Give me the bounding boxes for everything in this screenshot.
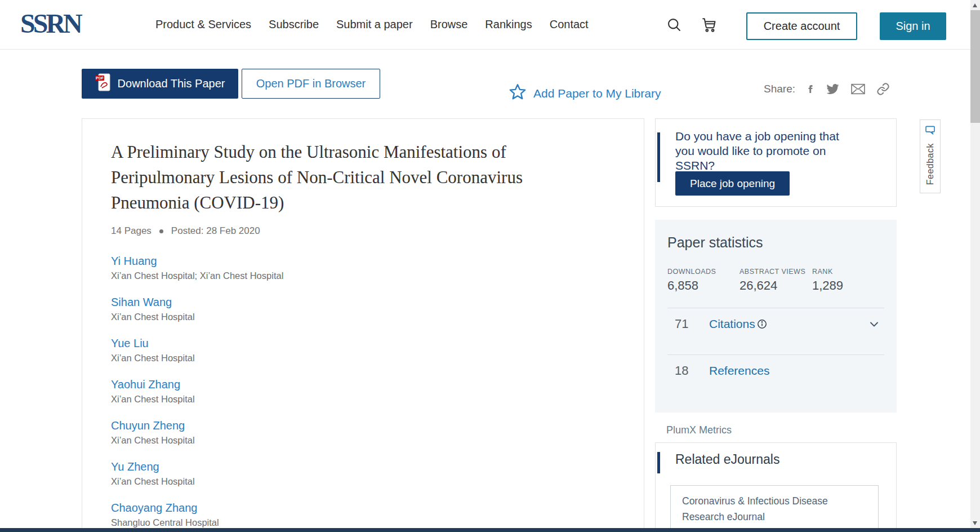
author-link[interactable]: Yu Zheng (111, 460, 159, 473)
posted-date: Posted: 28 Feb 2020 (171, 225, 260, 237)
star-icon (509, 83, 527, 104)
plumx-metrics-link[interactable]: PlumX Metrics (666, 424, 732, 436)
share-facebook-icon[interactable] (807, 82, 814, 96)
author-link[interactable]: Chuyun Zheng (111, 419, 185, 432)
nav-item-browse[interactable]: Browse (430, 18, 468, 31)
share-toolbar: Share: (764, 82, 890, 96)
search-icon[interactable] (666, 17, 682, 35)
sign-in-button[interactable]: Sign in (880, 12, 946, 40)
page-count: 14 Pages (111, 225, 152, 237)
bottom-window-edge (0, 528, 980, 532)
speech-bubble-icon (925, 125, 936, 138)
author-item: Sihan Wang Xi’an Chest Hospital (111, 296, 604, 322)
download-paper-button[interactable]: PDF Download This Paper (82, 69, 238, 99)
nav-item-subscribe[interactable]: Subscribe (269, 18, 319, 31)
feedback-tab[interactable]: Feedback (920, 119, 941, 193)
paper-statistics-heading: Paper statistics (667, 234, 884, 251)
add-to-library-link[interactable]: Add Paper to My Library (509, 83, 661, 104)
share-twitter-icon[interactable] (826, 83, 840, 95)
references-count: 18 (675, 363, 709, 378)
place-job-opening-button[interactable]: Place job opening (675, 171, 790, 196)
svg-text:PDF: PDF (96, 76, 104, 80)
metrics-row: DOWNLOADS 6,858 ABSTRACT VIEWS 26,624 RA… (667, 268, 884, 293)
main-nav: Product & Services Subscribe Submit a pa… (155, 18, 589, 31)
author-affiliation: Xi’an Chest Hospital (111, 435, 604, 446)
references-link[interactable]: References (709, 364, 769, 378)
related-ejournals-card: Related eJournals Coronavirus & Infectio… (655, 442, 897, 529)
feedback-label: Feedback (925, 143, 936, 185)
vertical-scrollbar[interactable] (970, 0, 980, 532)
author-affiliation: Shangluo Central Hospital (111, 517, 604, 528)
metric-label: ABSTRACT VIEWS (740, 268, 812, 276)
paper-statistics-card: Paper statistics DOWNLOADS 6,858 ABSTRAC… (655, 220, 897, 413)
citations-link[interactable]: Citations (709, 317, 755, 331)
author-item: Yaohui Zhang Xi’an Chest Hospital (111, 378, 604, 405)
share-link-icon[interactable] (876, 82, 890, 96)
create-account-button[interactable]: Create account (746, 12, 857, 40)
author-item: Yi Huang Xi’an Chest Hospital; Xi’an Che… (111, 255, 604, 281)
open-pdf-button[interactable]: Open PDF in Browser (242, 69, 380, 99)
share-email-icon[interactable] (851, 83, 865, 95)
author-item: Chuyun Zheng Xi’an Chest Hospital (111, 419, 604, 446)
author-item: Yu Zheng Xi’an Chest Hospital (111, 460, 604, 487)
scrollbar-up-arrow[interactable] (973, 3, 977, 7)
author-affiliation: Xi’an Chest Hospital; Xi’an Chest Hospit… (111, 271, 604, 281)
info-icon[interactable] (757, 319, 767, 329)
metric-label: RANK (812, 268, 884, 276)
nav-item-contact[interactable]: Contact (550, 18, 589, 31)
author-item: Yue Liu Xi’an Chest Hospital (111, 337, 604, 363)
author-affiliation: Xi’an Chest Hospital (111, 394, 604, 405)
metric-abstract-views: ABSTRACT VIEWS 26,624 (740, 268, 812, 293)
share-label: Share: (764, 83, 795, 95)
ssrn-paper-page: SSRN Product & Services Subscribe Submit… (0, 0, 980, 532)
author-link[interactable]: Yaohui Zhang (111, 378, 180, 391)
metric-value: 26,624 (740, 278, 812, 293)
download-paper-label: Download This Paper (118, 77, 225, 90)
author-link[interactable]: Sihan Wang (111, 296, 172, 308)
author-link[interactable]: Chaoyang Zhang (111, 502, 197, 514)
author-list: Yi Huang Xi’an Chest Hospital; Xi’an Che… (111, 255, 604, 528)
top-navigation-bar: SSRN Product & Services Subscribe Submit… (0, 0, 970, 50)
accent-bar (657, 452, 660, 473)
nav-item-submit-a-paper[interactable]: Submit a paper (336, 18, 413, 31)
references-row: 18 References (667, 355, 884, 387)
metric-rank: RANK 1,289 (812, 268, 884, 293)
paper-details-card: A Preliminary Study on the Ultrasonic Ma… (82, 118, 644, 532)
author-link[interactable]: Yue Liu (111, 337, 149, 349)
author-affiliation: Xi’an Chest Hospital (111, 476, 604, 487)
pdf-file-icon: PDF (95, 73, 110, 94)
job-promo-text: Do you have a job opening that you would… (675, 129, 861, 173)
meta-separator-dot (159, 229, 163, 233)
ssrn-logo[interactable]: SSRN (20, 9, 81, 39)
metric-value: 6,858 (667, 278, 740, 293)
citations-row: 71 Citations (667, 308, 884, 340)
author-link[interactable]: Yi Huang (111, 255, 157, 267)
nav-item-rankings[interactable]: Rankings (485, 18, 532, 31)
metric-value: 1,289 (812, 278, 884, 293)
ejournal-item[interactable]: Coronavirus & Infectious Disease Researc… (670, 485, 879, 529)
paper-title: A Preliminary Study on the Ultrasonic Ma… (111, 139, 604, 215)
related-ejournals-heading: Related eJournals (675, 452, 896, 467)
nav-item-product-services[interactable]: Product & Services (155, 18, 251, 31)
paper-meta: 14 Pages Posted: 28 Feb 2020 (111, 225, 604, 237)
accent-bar (657, 132, 660, 182)
metric-label: DOWNLOADS (667, 268, 740, 276)
scrollbar-down-arrow[interactable] (973, 521, 977, 525)
citations-count: 71 (675, 317, 709, 331)
author-affiliation: Xi’an Chest Hospital (111, 312, 604, 322)
job-promo-card: Do you have a job opening that you would… (655, 118, 897, 207)
author-affiliation: Xi’an Chest Hospital (111, 353, 604, 363)
cart-icon[interactable] (700, 16, 718, 36)
scrollbar-thumb[interactable] (970, 10, 980, 123)
metric-downloads: DOWNLOADS 6,858 (667, 268, 740, 293)
author-item: Chaoyang Zhang Shangluo Central Hospital (111, 502, 604, 528)
add-to-library-label: Add Paper to My Library (533, 87, 661, 100)
chevron-down-icon[interactable] (867, 317, 881, 331)
